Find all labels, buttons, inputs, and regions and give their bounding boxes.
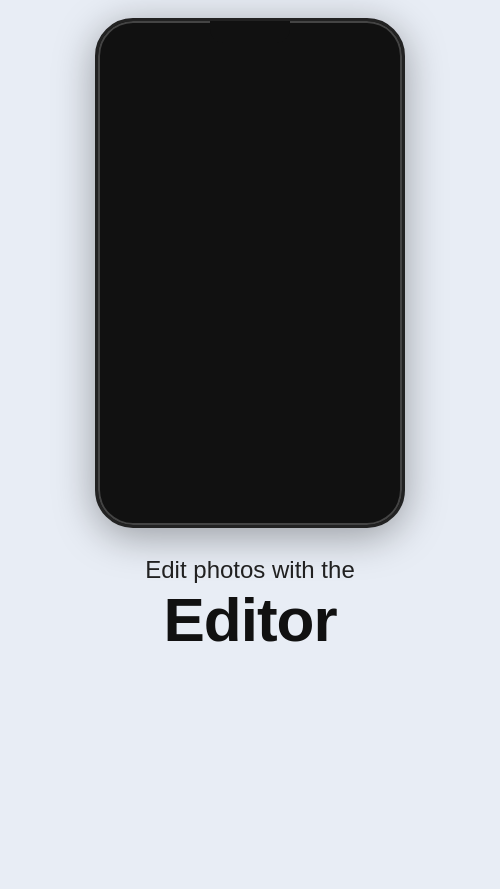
mirror-label: Mirror: [347, 377, 372, 387]
svg-point-8: [357, 416, 363, 420]
tab-crop[interactable]: [124, 462, 146, 484]
phone-mockup: Crop Rotate: [95, 18, 405, 528]
mirror-icon: [349, 352, 371, 374]
tab-adjust[interactable]: [239, 462, 261, 484]
small-boat-1: [286, 119, 294, 122]
boat-reflection-wide: [216, 212, 236, 224]
photo-background: [98, 21, 402, 349]
text-section: Edit photos with the Editor: [125, 556, 374, 654]
straighten-label: Straighten: [265, 377, 308, 387]
svg-rect-1: [352, 358, 358, 368]
svg-point-13: [245, 475, 249, 479]
small-boat-2: [326, 103, 332, 106]
tool-mirror[interactable]: Mirror: [325, 345, 394, 392]
svg-rect-2: [362, 358, 368, 368]
main-title: Editor: [145, 586, 354, 654]
vignette-label: Vignette: [342, 432, 376, 442]
svg-rect-18: [358, 466, 363, 471]
editor-panel: Crop Rotate: [98, 333, 402, 525]
subtitle: Edit photos with the: [145, 556, 354, 584]
contrast-icon: [130, 407, 152, 429]
contrast-label: Contrast: [123, 432, 159, 442]
svg-rect-21: [367, 475, 372, 480]
tool-contrast[interactable]: Contrast: [106, 400, 175, 447]
svg-rect-19: [367, 466, 372, 471]
svg-point-15: [303, 470, 306, 473]
tab-palette[interactable]: [297, 462, 319, 484]
tool-straighten[interactable]: Straighten: [252, 345, 321, 392]
saturation-label: Saturation: [265, 432, 308, 442]
svg-rect-0: [209, 358, 219, 368]
svg-rect-7: [354, 414, 366, 422]
svg-point-14: [301, 466, 315, 480]
crop-label: Crop: [130, 377, 150, 387]
rotate-icon: [203, 352, 225, 374]
tab-bar: [106, 455, 394, 486]
tools-row-2: Contrast Exposure: [106, 400, 394, 447]
tool-saturation[interactable]: Saturation: [252, 400, 321, 447]
svg-point-11: [246, 467, 250, 471]
crop-icon: [130, 352, 152, 374]
svg-point-16: [309, 470, 312, 473]
exposure-icon: [203, 407, 225, 429]
phone-screen: Crop Rotate: [98, 21, 402, 525]
boat-sail: [217, 188, 230, 210]
svg-rect-20: [358, 475, 363, 480]
rotate-label: Rotate: [200, 377, 228, 387]
tool-rotate[interactable]: Rotate: [179, 345, 248, 392]
tool-crop[interactable]: Crop: [106, 345, 175, 392]
svg-point-17: [306, 475, 309, 478]
tool-exposure[interactable]: Exposure: [179, 400, 248, 447]
exposure-label: Exposure: [194, 432, 234, 442]
straighten-icon: [276, 352, 298, 374]
main-boat: [215, 188, 237, 224]
tools-row-1: Crop Rotate: [106, 345, 394, 392]
svg-point-10: [191, 476, 194, 479]
svg-point-12: [250, 471, 254, 475]
tool-vignette[interactable]: Vignette: [325, 400, 394, 447]
vignette-icon: [349, 407, 371, 429]
small-boat-3: [347, 93, 352, 96]
saturation-icon: [276, 407, 298, 429]
tab-grid[interactable]: [354, 462, 376, 484]
tab-lock[interactable]: [181, 462, 203, 484]
